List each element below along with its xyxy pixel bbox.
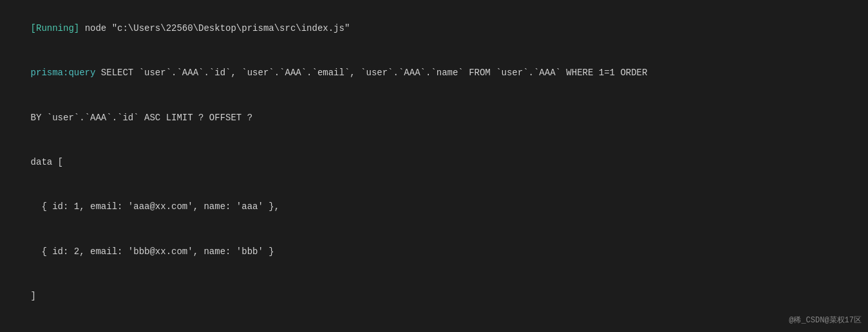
query-by-1: BY `user`.`AAA`.`id` ASC LIMIT ? OFFSET … (31, 113, 252, 123)
data-close-line-1: ] (9, 274, 859, 318)
data-open-1: data [ (31, 157, 63, 167)
data-close-1: ] (31, 291, 36, 301)
watermark: @稀_CSDN@菜权17区 (789, 315, 862, 327)
query-prefix-1: prisma:query (31, 68, 96, 78)
data-row2-1: { id: 2, email: 'bbb@xx.com', name: 'bbb… (9, 229, 859, 273)
query-by-line-1: BY `user`.`AAA`.`id` ASC LIMIT ? OFFSET … (9, 96, 859, 140)
terminal-window: [Running] node "c:\Users\22560\Desktop\p… (0, 0, 868, 332)
row1-1: { id: 1, email: 'aaa@xx.com', name: 'aaa… (31, 201, 279, 212)
blank-line-1 (9, 318, 859, 332)
data-row1-1: { id: 1, email: 'aaa@xx.com', name: 'aaa… (9, 185, 859, 229)
query-line-1: prisma:query SELECT `user`.`AAA`.`id`, `… (9, 51, 859, 95)
running-command-1: node "c:\Users\22560\Desktop\prisma\src\… (79, 23, 350, 33)
query-body-1: `user`.`AAA`.`id`, `user`.`AAA`.`email`,… (139, 68, 648, 78)
data-open-line-1: data [ (9, 140, 859, 185)
running-line-1: [Running] node "c:\Users\22560\Desktop\p… (9, 6, 859, 51)
query-select-1: SELECT (95, 68, 138, 78)
running-label-1: [Running] (31, 23, 80, 33)
row2-1: { id: 2, email: 'bbb@xx.com', name: 'bbb… (31, 246, 274, 257)
